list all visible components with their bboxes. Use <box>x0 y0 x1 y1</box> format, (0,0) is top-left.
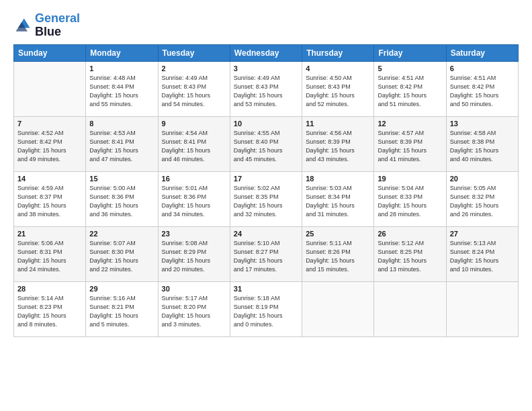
day-cell: 12Sunrise: 4:57 AM Sunset: 8:39 PM Dayli… <box>374 116 446 171</box>
day-info: Sunrise: 4:55 AM Sunset: 8:40 PM Dayligh… <box>234 129 298 164</box>
day-cell: 5Sunrise: 4:51 AM Sunset: 8:42 PM Daylig… <box>374 61 446 116</box>
day-number: 9 <box>162 120 226 128</box>
day-number: 15 <box>89 175 154 183</box>
day-number: 18 <box>306 175 370 183</box>
day-cell: 3Sunrise: 4:49 AM Sunset: 8:43 PM Daylig… <box>230 61 302 116</box>
day-number: 21 <box>17 230 82 238</box>
day-number: 14 <box>17 175 82 183</box>
header-cell-saturday: Saturday <box>446 44 518 61</box>
calendar-table: SundayMondayTuesdayWednesdayThursdayFrid… <box>13 44 519 337</box>
day-cell: 18Sunrise: 5:03 AM Sunset: 8:34 PM Dayli… <box>302 171 374 226</box>
day-cell: 17Sunrise: 5:02 AM Sunset: 8:35 PM Dayli… <box>230 171 302 226</box>
day-cell: 24Sunrise: 5:10 AM Sunset: 8:27 PM Dayli… <box>230 226 302 281</box>
week-row-3: 14Sunrise: 4:59 AM Sunset: 8:37 PM Dayli… <box>14 171 519 226</box>
header-cell-friday: Friday <box>374 44 446 61</box>
day-cell: 15Sunrise: 5:00 AM Sunset: 8:36 PM Dayli… <box>86 171 158 226</box>
day-info: Sunrise: 5:02 AM Sunset: 8:35 PM Dayligh… <box>234 184 298 219</box>
day-info: Sunrise: 4:56 AM Sunset: 8:39 PM Dayligh… <box>306 129 370 164</box>
day-cell: 26Sunrise: 5:12 AM Sunset: 8:25 PM Dayli… <box>374 226 446 281</box>
day-info: Sunrise: 5:08 AM Sunset: 8:29 PM Dayligh… <box>162 239 226 274</box>
logo-text: General Blue <box>35 12 80 39</box>
day-number: 28 <box>17 285 82 293</box>
day-number: 6 <box>450 64 515 73</box>
day-info: Sunrise: 4:51 AM Sunset: 8:42 PM Dayligh… <box>378 74 442 109</box>
day-cell: 19Sunrise: 5:04 AM Sunset: 8:33 PM Dayli… <box>374 171 446 226</box>
day-number: 13 <box>450 120 515 128</box>
day-number: 5 <box>378 64 442 73</box>
header-cell-thursday: Thursday <box>302 44 374 61</box>
day-info: Sunrise: 4:52 AM Sunset: 8:42 PM Dayligh… <box>17 129 82 164</box>
day-number: 7 <box>17 120 82 128</box>
day-cell: 16Sunrise: 5:01 AM Sunset: 8:36 PM Dayli… <box>158 171 230 226</box>
week-row-4: 21Sunrise: 5:06 AM Sunset: 8:31 PM Dayli… <box>14 226 519 281</box>
day-cell: 21Sunrise: 5:06 AM Sunset: 8:31 PM Dayli… <box>14 226 86 281</box>
day-cell: 31Sunrise: 5:18 AM Sunset: 8:19 PM Dayli… <box>230 281 302 336</box>
day-number: 27 <box>450 230 515 238</box>
day-cell: 23Sunrise: 5:08 AM Sunset: 8:29 PM Dayli… <box>158 226 230 281</box>
header-cell-wednesday: Wednesday <box>230 44 302 61</box>
day-info: Sunrise: 5:04 AM Sunset: 8:33 PM Dayligh… <box>378 184 442 219</box>
day-info: Sunrise: 5:11 AM Sunset: 8:26 PM Dayligh… <box>306 239 370 274</box>
day-cell <box>14 61 86 116</box>
day-info: Sunrise: 4:49 AM Sunset: 8:43 PM Dayligh… <box>234 74 298 109</box>
day-cell: 8Sunrise: 4:53 AM Sunset: 8:41 PM Daylig… <box>86 116 158 171</box>
day-cell: 10Sunrise: 4:55 AM Sunset: 8:40 PM Dayli… <box>230 116 302 171</box>
day-number: 31 <box>234 285 298 293</box>
day-cell <box>446 281 518 336</box>
day-number: 30 <box>162 285 226 293</box>
day-cell: 30Sunrise: 5:17 AM Sunset: 8:20 PM Dayli… <box>158 281 230 336</box>
page-container: General Blue SundayMondayTuesdayWednesda… <box>0 0 532 344</box>
day-info: Sunrise: 4:54 AM Sunset: 8:41 PM Dayligh… <box>162 129 226 164</box>
day-info: Sunrise: 4:57 AM Sunset: 8:39 PM Dayligh… <box>378 129 442 164</box>
day-cell <box>374 281 446 336</box>
header-cell-sunday: Sunday <box>14 44 86 61</box>
header-row: SundayMondayTuesdayWednesdayThursdayFrid… <box>14 44 519 61</box>
day-info: Sunrise: 5:10 AM Sunset: 8:27 PM Dayligh… <box>234 239 298 274</box>
day-number: 17 <box>234 175 298 183</box>
day-cell: 1Sunrise: 4:48 AM Sunset: 8:44 PM Daylig… <box>86 61 158 116</box>
day-info: Sunrise: 4:48 AM Sunset: 8:44 PM Dayligh… <box>89 74 154 109</box>
day-number: 3 <box>234 64 298 73</box>
day-cell: 27Sunrise: 5:13 AM Sunset: 8:24 PM Dayli… <box>446 226 518 281</box>
day-number: 8 <box>89 120 154 128</box>
day-info: Sunrise: 5:01 AM Sunset: 8:36 PM Dayligh… <box>162 184 226 219</box>
day-number: 16 <box>162 175 226 183</box>
day-info: Sunrise: 4:59 AM Sunset: 8:37 PM Dayligh… <box>17 184 82 219</box>
day-number: 10 <box>234 120 298 128</box>
week-row-5: 28Sunrise: 5:14 AM Sunset: 8:23 PM Dayli… <box>14 281 519 336</box>
day-number: 29 <box>89 285 154 293</box>
day-info: Sunrise: 5:14 AM Sunset: 8:23 PM Dayligh… <box>17 294 82 329</box>
day-cell: 6Sunrise: 4:51 AM Sunset: 8:42 PM Daylig… <box>446 61 518 116</box>
day-info: Sunrise: 5:16 AM Sunset: 8:21 PM Dayligh… <box>89 294 154 329</box>
day-info: Sunrise: 4:53 AM Sunset: 8:41 PM Dayligh… <box>89 129 154 164</box>
day-number: 20 <box>450 175 515 183</box>
day-cell: 22Sunrise: 5:07 AM Sunset: 8:30 PM Dayli… <box>86 226 158 281</box>
day-cell: 9Sunrise: 4:54 AM Sunset: 8:41 PM Daylig… <box>158 116 230 171</box>
day-info: Sunrise: 5:07 AM Sunset: 8:30 PM Dayligh… <box>89 239 154 274</box>
day-info: Sunrise: 4:49 AM Sunset: 8:43 PM Dayligh… <box>162 74 226 109</box>
day-cell: 11Sunrise: 4:56 AM Sunset: 8:39 PM Dayli… <box>302 116 374 171</box>
day-number: 23 <box>162 230 226 238</box>
day-number: 22 <box>89 230 154 238</box>
day-cell: 13Sunrise: 4:58 AM Sunset: 8:38 PM Dayli… <box>446 116 518 171</box>
day-info: Sunrise: 5:05 AM Sunset: 8:32 PM Dayligh… <box>450 184 515 219</box>
day-number: 11 <box>306 120 370 128</box>
day-number: 12 <box>378 120 442 128</box>
day-cell: 28Sunrise: 5:14 AM Sunset: 8:23 PM Dayli… <box>14 281 86 336</box>
day-info: Sunrise: 5:13 AM Sunset: 8:24 PM Dayligh… <box>450 239 515 274</box>
logo: General Blue <box>13 12 80 39</box>
day-info: Sunrise: 5:06 AM Sunset: 8:31 PM Dayligh… <box>17 239 82 274</box>
day-number: 4 <box>306 64 370 73</box>
day-info: Sunrise: 5:03 AM Sunset: 8:34 PM Dayligh… <box>306 184 370 219</box>
day-number: 1 <box>89 64 154 73</box>
day-info: Sunrise: 4:58 AM Sunset: 8:38 PM Dayligh… <box>450 129 515 164</box>
day-cell: 20Sunrise: 5:05 AM Sunset: 8:32 PM Dayli… <box>446 171 518 226</box>
day-cell: 2Sunrise: 4:49 AM Sunset: 8:43 PM Daylig… <box>158 61 230 116</box>
day-number: 2 <box>162 64 226 73</box>
day-info: Sunrise: 5:12 AM Sunset: 8:25 PM Dayligh… <box>378 239 442 274</box>
day-number: 25 <box>306 230 370 238</box>
header-cell-monday: Monday <box>86 44 158 61</box>
day-cell <box>302 281 374 336</box>
day-number: 24 <box>234 230 298 238</box>
day-number: 19 <box>378 175 442 183</box>
